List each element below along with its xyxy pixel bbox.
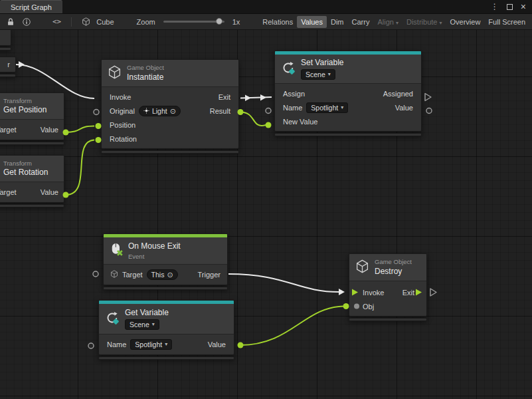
- chevron-down-icon: ▾: [396, 20, 399, 26]
- port-value-label: Value: [41, 126, 58, 134]
- object-picker-icon[interactable]: ⊙: [170, 106, 176, 116]
- window-controls: ⋮ ×: [491, 0, 532, 13]
- graph-canvas[interactable]: r Transform Get Position Target Value Tr…: [0, 30, 532, 399]
- port-row: Invoke Exit: [102, 90, 238, 104]
- port-position-label: Position: [110, 121, 135, 129]
- port-row: Assign Assigned: [275, 86, 421, 100]
- code-view-icon[interactable]: <>: [49, 17, 64, 26]
- menu-icon[interactable]: ⋮: [491, 3, 499, 11]
- dim-button[interactable]: Dim: [327, 16, 348, 28]
- node-set-variable[interactable]: Set Variable Scene ▾ Assign Assigned Nam…: [274, 51, 422, 136]
- port-name-label: Name: [107, 340, 126, 348]
- values-button[interactable]: Values: [297, 16, 327, 28]
- node-title: Instantiate: [127, 72, 163, 82]
- port-row: Invoke Exit: [349, 285, 426, 299]
- overview-button[interactable]: Overview: [446, 16, 485, 28]
- node-subtitle: Event: [128, 253, 144, 260]
- wire-position-value: [66, 126, 94, 133]
- port-value-label: Value: [41, 188, 58, 196]
- tab-script-graph[interactable]: Script Graph: [0, 0, 62, 13]
- chevron-down-icon: ▾: [165, 339, 167, 350]
- chevron-down-icon: ▾: [341, 102, 343, 113]
- object-field-light[interactable]: Light ⊙: [139, 106, 181, 116]
- node-category: Game Object: [127, 64, 164, 71]
- port-invoke-label: Invoke: [110, 93, 131, 101]
- variable-icon: [105, 311, 120, 328]
- variable-name-dropdown[interactable]: Spotlight ▾: [130, 339, 172, 350]
- node-title: Get Rotation: [3, 168, 48, 178]
- node-fragment-top[interactable]: [0, 30, 11, 51]
- node-title: Destroy: [375, 267, 402, 277]
- port-original-label: Original: [110, 107, 135, 115]
- port-get-variable-value: [238, 342, 244, 348]
- toolbar-separator: [71, 17, 72, 27]
- node-get-variable[interactable]: Get Variable Scene ▾ Name Spotlight ▾ Va…: [98, 300, 234, 360]
- node-on-mouse-exit[interactable]: On Mouse Exit Event Target This ⊙ Trigge…: [103, 233, 228, 290]
- variable-scope-dropdown[interactable]: Scene ▾: [125, 319, 159, 330]
- graph-toolbar: <> Cube Zoom 1x Relations Values Dim Car…: [0, 13, 532, 30]
- port-exit-label: Exit: [219, 93, 230, 101]
- lock-icon[interactable]: [3, 17, 19, 27]
- zoom-label: Zoom: [134, 18, 158, 26]
- full-screen-button[interactable]: Full Screen: [484, 16, 529, 28]
- port-get-variable-name: [88, 343, 94, 348]
- port-target-label: Target: [122, 271, 143, 279]
- wire-result-to-new-value: [240, 112, 266, 126]
- object-picker-icon[interactable]: ⊙: [167, 269, 173, 280]
- port-row: Rotation: [102, 132, 238, 146]
- port-row: Name Spotlight ▾ Value: [275, 100, 421, 114]
- cube-icon: [355, 259, 369, 276]
- wire-exit-to-assign: [240, 97, 272, 98]
- node-destroy[interactable]: Game Object Destroy Invoke Exit Obj: [349, 253, 427, 321]
- port-target-label: Target: [0, 126, 17, 134]
- close-icon[interactable]: ×: [521, 2, 526, 11]
- port-set-variable-assigned: [425, 94, 431, 101]
- port-set-variable-new-value: [266, 122, 272, 128]
- node-get-rotation[interactable]: Transform Get Rotation Target Value: [0, 155, 64, 207]
- tab-title: Script Graph: [11, 3, 52, 11]
- info-icon[interactable]: [19, 17, 35, 27]
- relations-button[interactable]: Relations: [258, 16, 297, 28]
- variable-name-dropdown[interactable]: Spotlight ▾: [306, 102, 348, 113]
- node-title: Get Position: [3, 105, 46, 115]
- node-title: Get Variable: [125, 308, 169, 318]
- node-instantiate[interactable]: Game Object Instantiate Invoke Exit Orig…: [101, 59, 239, 154]
- port-row: Target This ⊙ Trigger: [104, 267, 227, 283]
- cube-icon: [110, 270, 118, 279]
- port-row: Original Light ⊙ Result: [102, 104, 238, 118]
- port-row: Position: [102, 118, 238, 132]
- carry-button[interactable]: Carry: [348, 16, 374, 28]
- port-name-label: Name: [283, 104, 302, 112]
- distribute-dropdown[interactable]: Distribute ▾: [402, 16, 446, 28]
- port-exit-label: Exit: [402, 289, 414, 297]
- port-row: Obj: [349, 299, 426, 313]
- zoom-value: 1x: [230, 18, 243, 26]
- node-fragment[interactable]: r: [0, 57, 16, 77]
- port-assign-label: Assign: [283, 90, 305, 98]
- port-mouse-exit-target: [93, 271, 98, 277]
- chevron-down-icon: ▾: [152, 319, 155, 330]
- port-row: Target Value: [0, 122, 64, 138]
- port-rotation-label: Rotation: [110, 135, 137, 143]
- object-name[interactable]: Cube: [94, 18, 116, 26]
- light-icon: [143, 108, 149, 114]
- node-get-position[interactable]: Transform Get Position Target Value: [0, 92, 64, 145]
- port-result-label: Result: [210, 107, 230, 115]
- port-value-label: Value: [208, 340, 226, 348]
- node-title: Set Variable: [301, 58, 343, 68]
- variable-icon: [281, 61, 296, 78]
- port-target-label: Target: [0, 188, 17, 196]
- maximize-icon[interactable]: [507, 4, 513, 10]
- object-field-this[interactable]: This ⊙: [147, 269, 178, 280]
- port-row: New Value: [275, 114, 421, 128]
- port-new-value-label: New Value: [283, 118, 317, 126]
- node-category: Game Object: [375, 258, 412, 265]
- align-dropdown[interactable]: Align ▾: [373, 16, 402, 28]
- port-obj-label: Obj: [363, 303, 374, 311]
- wire-rotation-value: [66, 140, 94, 196]
- zoom-slider-handle[interactable]: [216, 18, 222, 25]
- variable-scope-dropdown[interactable]: Scene ▾: [301, 69, 335, 80]
- node-category: Transform: [3, 97, 32, 104]
- port-value-label: Value: [395, 104, 413, 112]
- zoom-slider[interactable]: [163, 21, 224, 23]
